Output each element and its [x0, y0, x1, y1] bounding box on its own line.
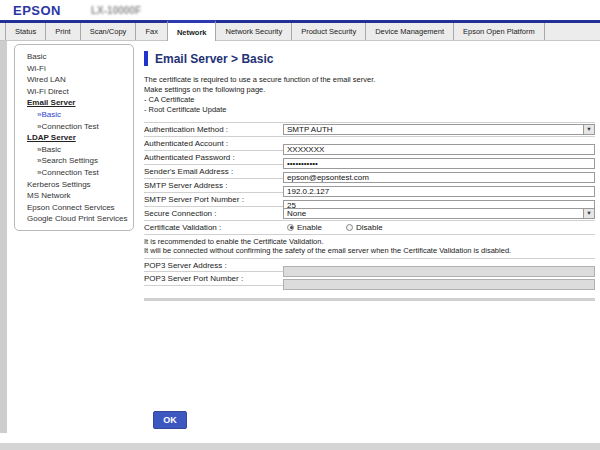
description-line: - CA Certificate — [144, 95, 595, 105]
page-title: Email Server > Basic — [155, 52, 273, 66]
tab-scan-copy[interactable]: Scan/Copy — [80, 23, 137, 40]
tab-network[interactable]: Network — [167, 20, 217, 41]
sidebar-item-wifi[interactable]: Wi-Fi — [15, 63, 133, 75]
field-label: Authenticated Account : — [144, 139, 283, 148]
sidebar-item-email-connection-test[interactable]: »Connection Test — [15, 121, 133, 133]
radio-label: Disable — [356, 223, 383, 232]
radio-enable[interactable]: Enable — [287, 223, 322, 232]
email-server-form: Authentication Method : SMTP AUTH ▼ Auth… — [144, 122, 595, 302]
certificate-validation-radios: Enable Disable — [283, 222, 383, 233]
title-accent-bar — [144, 51, 148, 66]
secure-connection-select[interactable]: None — [283, 208, 595, 219]
sidebar-item-kerberos-settings[interactable]: Kerberos Settings — [15, 179, 133, 191]
form-row-pop3-server-address: POP3 Server Address : — [144, 258, 595, 272]
title-row: Email Server > Basic — [144, 51, 595, 66]
form-row-authenticated-password: Authenticated Password : — [144, 151, 595, 165]
field-label: Secure Connection : — [144, 209, 283, 218]
form-row-pop3-server-port: POP3 Server Port Number : — [144, 272, 595, 286]
radio-unchecked-icon[interactable] — [346, 224, 353, 231]
ok-button[interactable]: OK — [153, 411, 187, 429]
form-row-smtp-server-port: SMTP Server Port Number : — [144, 193, 595, 207]
tab-bar: Status Print Scan/Copy Fax Network Netwo… — [0, 23, 600, 41]
form-row-smtp-server-address: SMTP Server Address : — [144, 179, 595, 193]
tab-epson-open-platform[interactable]: Epson Open Platform — [453, 23, 545, 40]
certificate-validation-note: It is recommended to enable the Certific… — [144, 235, 595, 259]
field-label: Authentication Method : — [144, 125, 283, 134]
sidebar-item-email-basic[interactable]: »Basic — [15, 109, 133, 121]
note-line: It will be connected without confirming … — [144, 246, 595, 255]
sidebar-item-wifi-direct[interactable]: Wi-Fi Direct — [15, 86, 133, 98]
authentication-method-ctrl: SMTP AUTH ▼ — [283, 124, 595, 135]
form-row-certificate-validation: Certificate Validation : Enable Disable — [144, 221, 595, 235]
tab-device-management[interactable]: Device Management — [365, 23, 454, 40]
tab-print[interactable]: Print — [45, 23, 80, 40]
sidebar-item-ms-network[interactable]: MS Network — [15, 190, 133, 202]
bottom-edge-strip — [0, 443, 600, 450]
sidebar-item-ldap-search-settings[interactable]: »Search Settings — [15, 155, 133, 167]
form-bottom-divider — [144, 298, 595, 301]
field-label: POP3 Server Port Number : — [144, 274, 283, 283]
field-label: Authenticated Password : — [144, 153, 283, 162]
secure-connection-ctrl: None ▼ — [283, 208, 595, 219]
note-line: It is recommended to enable the Certific… — [144, 237, 595, 246]
form-row-secure-connection: Secure Connection : None ▼ — [144, 207, 595, 221]
sidebar-item-ldap-basic[interactable]: »Basic — [15, 144, 133, 156]
tab-fax[interactable]: Fax — [135, 23, 168, 40]
radio-checked-icon[interactable] — [287, 224, 294, 231]
tab-network-security[interactable]: Network Security — [215, 23, 292, 40]
field-label: SMTP Server Port Number : — [144, 195, 283, 204]
form-row-senders-email-address: Sender's Email Address : — [144, 165, 595, 179]
authentication-method-select[interactable]: SMTP AUTH — [283, 124, 595, 135]
sidebar-item-basic[interactable]: Basic — [15, 51, 133, 63]
radio-disable[interactable]: Disable — [346, 223, 383, 232]
sidebar-section-email-server[interactable]: Email Server — [15, 97, 133, 109]
epson-logo: EPSON — [13, 3, 61, 18]
tab-product-security[interactable]: Product Security — [291, 23, 366, 40]
field-label: SMTP Server Address : — [144, 181, 283, 190]
left-edge-strip — [0, 41, 7, 433]
description: The certificate is required to use a sec… — [144, 75, 595, 115]
field-label: POP3 Server Address : — [144, 261, 283, 270]
form-row-authentication-method: Authentication Method : SMTP AUTH ▼ — [144, 123, 595, 137]
description-line: - Root Certificate Update — [144, 105, 595, 115]
tab-status[interactable]: Status — [5, 23, 46, 40]
content-area: Basic Wi-Fi Wired LAN Wi-Fi Direct Email… — [0, 41, 600, 443]
pop3-server-port-input — [283, 279, 595, 290]
sidebar-nav: Basic Wi-Fi Wired LAN Wi-Fi Direct Email… — [14, 44, 134, 231]
field-label: Sender's Email Address : — [144, 167, 283, 176]
field-label: Certificate Validation : — [144, 223, 283, 232]
chevron-down-icon[interactable]: ▼ — [583, 209, 594, 218]
description-line: The certificate is required to use a sec… — [144, 75, 595, 85]
app-header: EPSON LX-10000F — [0, 0, 600, 20]
radio-label: Enable — [297, 223, 322, 232]
sidebar-item-wired-lan[interactable]: Wired LAN — [15, 74, 133, 86]
chevron-down-icon[interactable]: ▼ — [583, 125, 594, 134]
main-panel: Email Server > Basic The certificate is … — [144, 51, 595, 301]
printer-model-label: LX-10000F — [91, 5, 141, 16]
sidebar-item-google-cloud-print-services[interactable]: Google Cloud Print Services — [15, 213, 133, 225]
sidebar-item-epson-connect-services[interactable]: Epson Connect Services — [15, 202, 133, 214]
web-config-page: EPSON LX-10000F Status Print Scan/Copy F… — [0, 0, 600, 450]
description-line: Make settings on the following page. — [144, 85, 595, 95]
sidebar-item-ldap-connection-test[interactable]: »Connection Test — [15, 167, 133, 179]
sidebar-section-ldap-server[interactable]: LDAP Server — [15, 132, 133, 144]
form-row-authenticated-account: Authenticated Account : — [144, 137, 595, 151]
